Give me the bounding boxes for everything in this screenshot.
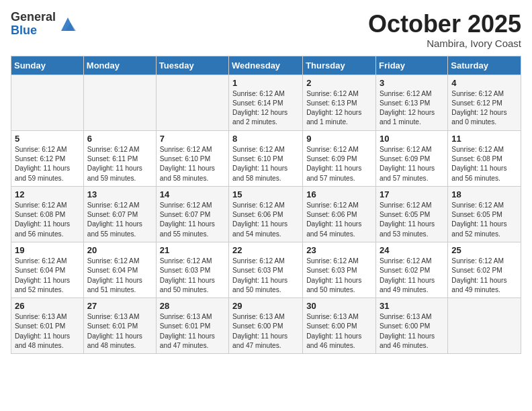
day-info: Sunrise: 6:12 AMSunset: 6:13 PMDaylight:… <box>380 89 444 128</box>
day-number: 3 <box>380 78 444 88</box>
day-info: Sunrise: 6:12 AMSunset: 6:10 PMDaylight:… <box>232 145 299 183</box>
weekday-header-tuesday: Tuesday <box>156 56 228 75</box>
weekday-header-thursday: Thursday <box>303 56 376 75</box>
calendar-cell: 1Sunrise: 6:12 AMSunset: 6:14 PMDaylight… <box>229 75 303 130</box>
day-number: 29 <box>232 301 299 311</box>
day-number: 30 <box>306 301 372 311</box>
calendar-cell <box>448 298 521 354</box>
weekday-header-friday: Friday <box>376 56 448 75</box>
calendar-cell: 14Sunrise: 6:12 AMSunset: 6:07 PMDayligh… <box>156 186 228 242</box>
location-subtitle: Nambira, Ivory Coast <box>368 38 521 49</box>
calendar-table: SundayMondayTuesdayWednesdayThursdayFrid… <box>11 56 521 355</box>
page-header: General Blue October 2025 Nambira, Ivory… <box>11 11 521 49</box>
calendar-cell: 20Sunrise: 6:12 AMSunset: 6:04 PMDayligh… <box>83 242 156 298</box>
calendar-cell: 4Sunrise: 6:12 AMSunset: 6:12 PMDaylight… <box>448 75 521 130</box>
day-info: Sunrise: 6:12 AMSunset: 6:06 PMDaylight:… <box>232 201 299 239</box>
calendar-cell: 17Sunrise: 6:12 AMSunset: 6:05 PMDayligh… <box>376 186 448 242</box>
day-info: Sunrise: 6:12 AMSunset: 6:09 PMDaylight:… <box>380 145 444 183</box>
weekday-header-wednesday: Wednesday <box>229 56 303 75</box>
day-info: Sunrise: 6:13 AMSunset: 6:00 PMDaylight:… <box>306 312 372 351</box>
day-info: Sunrise: 6:12 AMSunset: 6:05 PMDaylight:… <box>380 201 444 239</box>
calendar-cell: 13Sunrise: 6:12 AMSunset: 6:07 PMDayligh… <box>83 186 156 242</box>
day-info: Sunrise: 6:12 AMSunset: 6:02 PMDaylight:… <box>451 257 517 295</box>
day-number: 4 <box>451 78 517 88</box>
day-number: 25 <box>451 245 517 255</box>
day-info: Sunrise: 6:12 AMSunset: 6:07 PMDaylight:… <box>160 201 225 239</box>
day-info: Sunrise: 6:12 AMSunset: 6:05 PMDaylight:… <box>451 201 517 239</box>
day-info: Sunrise: 6:12 AMSunset: 6:10 PMDaylight:… <box>160 145 225 183</box>
day-info: Sunrise: 6:13 AMSunset: 6:00 PMDaylight:… <box>232 312 299 351</box>
day-number: 18 <box>451 189 517 199</box>
calendar-week-row: 19Sunrise: 6:12 AMSunset: 6:04 PMDayligh… <box>11 242 521 298</box>
day-info: Sunrise: 6:12 AMSunset: 6:12 PMDaylight:… <box>15 145 80 183</box>
day-number: 12 <box>15 189 80 199</box>
day-number: 11 <box>451 134 517 144</box>
calendar-cell: 28Sunrise: 6:13 AMSunset: 6:01 PMDayligh… <box>156 298 228 354</box>
logo-blue-text: Blue <box>11 24 56 38</box>
calendar-cell: 15Sunrise: 6:12 AMSunset: 6:06 PMDayligh… <box>229 186 303 242</box>
day-number: 2 <box>306 78 372 88</box>
calendar-cell: 30Sunrise: 6:13 AMSunset: 6:00 PMDayligh… <box>303 298 376 354</box>
calendar-cell: 24Sunrise: 6:12 AMSunset: 6:02 PMDayligh… <box>376 242 448 298</box>
day-number: 31 <box>380 301 444 311</box>
day-number: 17 <box>380 189 444 199</box>
calendar-cell: 2Sunrise: 6:12 AMSunset: 6:13 PMDaylight… <box>303 75 376 130</box>
calendar-week-row: 1Sunrise: 6:12 AMSunset: 6:14 PMDaylight… <box>11 75 521 130</box>
logo-icon <box>58 15 77 34</box>
day-number: 28 <box>160 301 225 311</box>
calendar-cell: 27Sunrise: 6:13 AMSunset: 6:01 PMDayligh… <box>83 298 156 354</box>
calendar-cell: 3Sunrise: 6:12 AMSunset: 6:13 PMDaylight… <box>376 75 448 130</box>
calendar-cell: 9Sunrise: 6:12 AMSunset: 6:09 PMDaylight… <box>303 130 376 186</box>
calendar-cell: 21Sunrise: 6:12 AMSunset: 6:03 PMDayligh… <box>156 242 228 298</box>
day-number: 7 <box>160 134 225 144</box>
weekday-header-sunday: Sunday <box>11 56 84 75</box>
logo-general-text: General <box>11 11 56 24</box>
day-number: 23 <box>306 245 372 255</box>
day-number: 13 <box>87 189 152 199</box>
calendar-cell: 29Sunrise: 6:13 AMSunset: 6:00 PMDayligh… <box>229 298 303 354</box>
calendar-cell <box>11 75 84 130</box>
calendar-cell <box>156 75 228 130</box>
calendar-cell: 18Sunrise: 6:12 AMSunset: 6:05 PMDayligh… <box>448 186 521 242</box>
day-number: 24 <box>380 245 444 255</box>
calendar-cell: 11Sunrise: 6:12 AMSunset: 6:08 PMDayligh… <box>448 130 521 186</box>
day-number: 26 <box>15 301 80 311</box>
day-info: Sunrise: 6:12 AMSunset: 6:03 PMDaylight:… <box>160 257 225 295</box>
calendar-week-row: 5Sunrise: 6:12 AMSunset: 6:12 PMDaylight… <box>11 130 521 186</box>
calendar-cell <box>83 75 156 130</box>
day-info: Sunrise: 6:12 AMSunset: 6:04 PMDaylight:… <box>87 257 152 295</box>
calendar-week-row: 12Sunrise: 6:12 AMSunset: 6:08 PMDayligh… <box>11 186 521 242</box>
day-number: 1 <box>232 78 299 88</box>
day-info: Sunrise: 6:13 AMSunset: 6:01 PMDaylight:… <box>87 312 152 351</box>
weekday-header-monday: Monday <box>83 56 156 75</box>
day-number: 16 <box>306 189 372 199</box>
day-info: Sunrise: 6:12 AMSunset: 6:08 PMDaylight:… <box>451 145 517 183</box>
calendar-cell: 8Sunrise: 6:12 AMSunset: 6:10 PMDaylight… <box>229 130 303 186</box>
calendar-cell: 25Sunrise: 6:12 AMSunset: 6:02 PMDayligh… <box>448 242 521 298</box>
day-number: 14 <box>160 189 225 199</box>
day-number: 19 <box>15 245 80 255</box>
weekday-header-saturday: Saturday <box>448 56 521 75</box>
logo: General Blue <box>11 11 77 38</box>
calendar-cell: 7Sunrise: 6:12 AMSunset: 6:10 PMDaylight… <box>156 130 228 186</box>
day-info: Sunrise: 6:12 AMSunset: 6:03 PMDaylight:… <box>306 257 372 295</box>
day-info: Sunrise: 6:12 AMSunset: 6:07 PMDaylight:… <box>87 201 152 239</box>
calendar-cell: 23Sunrise: 6:12 AMSunset: 6:03 PMDayligh… <box>303 242 376 298</box>
day-info: Sunrise: 6:13 AMSunset: 6:01 PMDaylight:… <box>15 312 80 351</box>
day-number: 8 <box>232 134 299 144</box>
day-info: Sunrise: 6:12 AMSunset: 6:04 PMDaylight:… <box>15 257 80 295</box>
day-info: Sunrise: 6:12 AMSunset: 6:12 PMDaylight:… <box>451 89 517 128</box>
day-number: 10 <box>380 134 444 144</box>
day-info: Sunrise: 6:13 AMSunset: 6:00 PMDaylight:… <box>380 312 444 351</box>
day-info: Sunrise: 6:13 AMSunset: 6:01 PMDaylight:… <box>160 312 225 351</box>
day-number: 9 <box>306 134 372 144</box>
day-info: Sunrise: 6:12 AMSunset: 6:14 PMDaylight:… <box>232 89 299 128</box>
day-info: Sunrise: 6:12 AMSunset: 6:06 PMDaylight:… <box>306 201 372 239</box>
calendar-cell: 16Sunrise: 6:12 AMSunset: 6:06 PMDayligh… <box>303 186 376 242</box>
day-info: Sunrise: 6:12 AMSunset: 6:08 PMDaylight:… <box>15 201 80 239</box>
calendar-week-row: 26Sunrise: 6:13 AMSunset: 6:01 PMDayligh… <box>11 298 521 354</box>
day-info: Sunrise: 6:12 AMSunset: 6:03 PMDaylight:… <box>232 257 299 295</box>
day-info: Sunrise: 6:12 AMSunset: 6:09 PMDaylight:… <box>306 145 372 183</box>
weekday-header-row: SundayMondayTuesdayWednesdayThursdayFrid… <box>11 56 521 75</box>
day-info: Sunrise: 6:12 AMSunset: 6:02 PMDaylight:… <box>380 257 444 295</box>
